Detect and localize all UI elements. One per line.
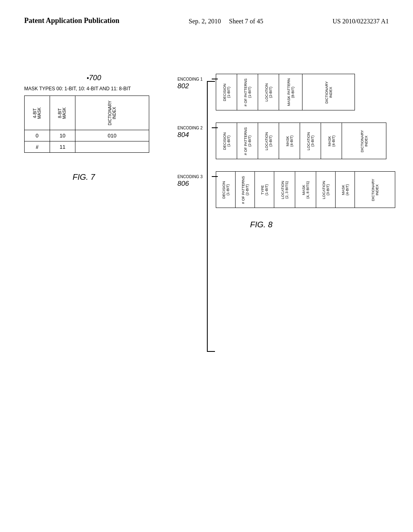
enc3-h1: # OF PATTERNS(2-BIT): [236, 172, 255, 208]
enc2-h4: LOCATION(3-BIT): [300, 123, 321, 159]
enc1-h3: MASK PATTERN(8-BIT): [279, 74, 302, 110]
enc2-h1: # OF PATTERNS(2-BIT): [237, 123, 258, 159]
encoding1-table-wrapper: DECISION(1-BIT) # OF PATTERNS(1-BIT) LOC…: [216, 74, 355, 110]
fig7-row-1: ii 11: [25, 141, 149, 153]
encoding2-label-area: ENCODING 2 804: [177, 123, 216, 139]
encoding2-headers: DECISION(1-BIT) # OF PATTERNS(2-BIT) LOC…: [216, 123, 386, 159]
bracket-vertical: [207, 81, 208, 351]
encoding3-table: DECISION(1-BIT) # OF PATTERNS(2-BIT) TYP…: [216, 171, 395, 208]
encoding2-title: ENCODING 2: [177, 126, 216, 130]
enc2-h3: MASK(4-BIT): [279, 123, 300, 159]
encoding3-label-area: ENCODING 3 806: [177, 171, 216, 188]
encoding2-table: DECISION(1-BIT) # OF PATTERNS(2-BIT) LOC…: [216, 123, 386, 159]
fig7-r0-c0: 0: [25, 130, 50, 141]
encoding2-row: ENCODING 2 804 DECISION(1-BIT) # OF PATT…: [177, 123, 403, 159]
page-header: Patent Application Publication Sep. 2, 2…: [0, 0, 413, 33]
bracket-bottom: [207, 351, 215, 352]
encoding3-title: ENCODING 3: [177, 175, 216, 179]
fig7-col1-header: 8-BITMASK: [50, 96, 75, 130]
enc2-h0: DECISION(1-BIT): [216, 123, 237, 159]
encoding1-title: ENCODING 1: [177, 77, 216, 81]
fig7-r0-c1: 10: [50, 130, 75, 141]
fig8-label: FIG. 8: [250, 220, 403, 229]
encoding2-table-wrapper: DECISION(1-BIT) # OF PATTERNS(2-BIT) LOC…: [216, 123, 386, 159]
encoding1-row: ENCODING 1 802 DECISION(1-BIT) # OF PATT…: [177, 74, 403, 110]
enc3-h7: DICTIONARY INDEX: [355, 172, 395, 208]
mask-types-label: MASK TYPES 00: 1-BIT, 10: 4-BIT AND 11: …: [24, 86, 149, 91]
enc3-h0: DECISION(1-BIT): [216, 172, 236, 208]
header-center: Sep. 2, 2010 Sheet 7 of 45: [189, 16, 263, 25]
header-right: US 2010/0223237 A1: [332, 16, 389, 25]
fig8-section: ENCODING 1 802 DECISION(1-BIT) # OF PATT…: [177, 74, 403, 229]
fig7-col0-header: 4-BITMASK: [25, 96, 50, 130]
encoding2-number: 804: [177, 131, 216, 139]
enc2-h2: LOCATION(3-BIT): [258, 123, 279, 159]
fig7-section: MASK TYPES 00: 1-BIT, 10: 4-BIT AND 11: …: [24, 86, 149, 153]
fig7-r1-c1: 11: [50, 141, 75, 153]
enc3-h4: MASK(4, 8 BITS): [295, 172, 316, 208]
enc1-h0: DECISION(1-BIT): [216, 74, 237, 110]
enc3-h5: LOCATION(3-BIT): [316, 172, 336, 208]
enc2-h6: DICTIONARY INDEX: [342, 123, 386, 159]
fig7-label: FIG. 7: [73, 172, 95, 182]
fig7-r1-c2: [75, 141, 149, 153]
enc3-h6: MASK(4-BIT): [336, 172, 355, 208]
enc1-h4: DICTIONARY INDEX: [302, 74, 355, 110]
enc1-h1: # OF PATTERNS(1-BIT): [237, 74, 258, 110]
enc3-h2: TYPE(1-BIT): [255, 172, 274, 208]
fig7-row-0: 0 10 010: [25, 130, 149, 141]
fig7-r1-c0: ii: [25, 141, 50, 153]
header-left: Patent Application Publication: [24, 16, 119, 25]
encoding1-headers: DECISION(1-BIT) # OF PATTERNS(1-BIT) LOC…: [216, 74, 355, 110]
encoding3-headers: DECISION(1-BIT) # OF PATTERNS(2-BIT) TYP…: [216, 172, 395, 208]
fig7-table: 4-BITMASK 8-BITMASK DICTIONARY INDEX 0 1…: [24, 96, 149, 153]
fig7-r0-c2: 010: [75, 130, 149, 141]
sheet-info: Sheet 7 of 45: [229, 18, 263, 25]
enc1-h2: LOCATION(2-BIT): [258, 74, 279, 110]
encoding1-number: 802: [177, 82, 216, 90]
enc3-h3: LOCATION(2, 3 BITS): [274, 172, 295, 208]
encoding1-label-area: ENCODING 1 802: [177, 74, 216, 90]
encoding3-number: 806: [177, 180, 216, 188]
enc2-h5: MASK(4-BIT): [321, 123, 342, 159]
encoding3-table-wrapper: DECISION(1-BIT) # OF PATTERNS(2-BIT) TYP…: [216, 171, 395, 208]
publication-date: Sep. 2, 2010: [189, 18, 221, 25]
encoding1-table: DECISION(1-BIT) # OF PATTERNS(1-BIT) LOC…: [216, 74, 355, 110]
encoding3-row: ENCODING 3 806 DECISION(1-BIT) # OF PATT…: [177, 171, 403, 208]
fig7-number: •700: [87, 74, 101, 82]
publication-title: Patent Application Publication: [24, 17, 119, 25]
publication-number: US 2010/0223237 A1: [332, 18, 389, 25]
fig7-col2-header: DICTIONARY INDEX: [75, 96, 149, 130]
